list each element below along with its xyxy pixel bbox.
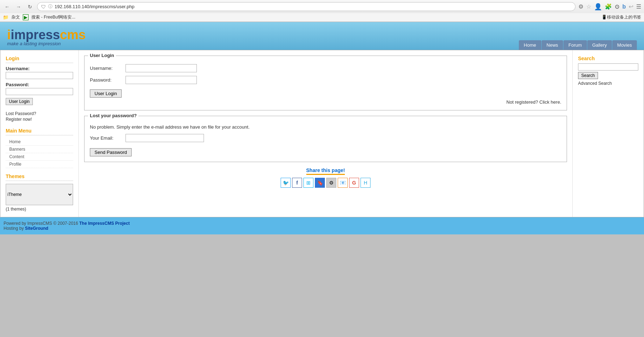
sidebar-lost-password-link[interactable]: Lost Password? [6,111,73,116]
lost-password-legend: Lost your password? [88,113,138,118]
sidebar-mainmenu-title: Main Menu [6,128,73,135]
sidebar-item-content[interactable]: Content [6,153,73,161]
login-username-row: Username: [90,64,561,72]
logo-i: i [7,27,11,42]
login-username-input[interactable] [126,64,197,72]
sidebar-username-label: Username: [6,66,73,71]
advanced-search-link[interactable]: Advanced Search [578,81,612,86]
undo-icon: ↩ [629,3,633,10]
sidebar-login-button[interactable]: User Login [6,98,33,105]
footer-siteground-link[interactable]: SiteGround [25,226,48,231]
share-section: Share this page! 🐦 f ⊞ 🔖 ⚙ 📧 G H [84,167,567,188]
login-password-input[interactable] [126,76,197,84]
left-sidebar: Login Username: Password: User Login Los… [0,50,79,217]
bookmark-freebuf[interactable]: 搜索 - FreeBuf网络安... [31,14,75,20]
logo: iimpresscms make a lasting impression [7,27,86,46]
sidebar-register-link[interactable]: Register now! [6,117,73,122]
sidebar-item-banners[interactable]: Banners [6,146,73,153]
footer-hosting: Hosting by SiteGround [4,226,640,231]
bookmark-zazhi[interactable]: 杂文 [11,14,20,20]
share-icons: 🐦 f ⊞ 🔖 ⚙ 📧 G H [84,178,567,188]
share-windows-icon[interactable]: ⊞ [303,178,313,188]
email-input[interactable] [126,134,204,142]
share-google-icon[interactable]: G [349,178,359,188]
user-login-button[interactable]: User Login [90,89,122,98]
share-title: Share this page! [84,167,567,178]
bookmarks-bar: 📁 杂文 ▶ 搜索 - FreeBuf网络安... 📱移动设备上的书签 [0,13,644,22]
main-content: User Login Username: Password: User Logi… [79,50,572,217]
sidebar-themes-title: Themes [6,173,73,181]
main-nav: Home News Forum Gallery Movies [519,40,637,50]
browser-toolbar: ← → ↻ 🛡 ⓘ ⚙ ☆ 👤 🧩 ⊙ b ↩ ☰ [0,0,644,13]
nav-home[interactable]: Home [519,40,541,50]
sidebar-password-input[interactable] [6,88,73,95]
sidebar-login-title: Login [6,56,73,63]
search-button[interactable]: Search [578,72,598,79]
extensions-icon: ⚙ [578,3,583,10]
browser-chrome: ← → ↻ 🛡 ⓘ ⚙ ☆ 👤 🧩 ⊙ b ↩ ☰ 📁 杂文 ▶ 搜索 - Fr… [0,0,644,22]
footer-powered: Powered by ImpressCMS © 2007-2016 The Im… [4,221,640,226]
menu-icon[interactable]: ☰ [636,3,641,10]
user-login-legend: User Login [88,53,116,58]
share-h-icon[interactable]: H [361,178,370,188]
themes-count: (1 themes) [6,207,73,212]
star-icon[interactable]: ☆ [586,3,591,10]
forward-button[interactable]: → [14,2,23,11]
back-button[interactable]: ← [3,2,11,11]
logo-area: iimpresscms make a lasting impression [7,27,86,50]
footer-project-link[interactable]: The ImpressCMS Project [79,221,129,226]
puzzle-icon: 🧩 [605,3,612,10]
nav-movies[interactable]: Movies [612,40,637,50]
share-twitter-icon[interactable]: 🐦 [281,178,291,188]
bookmark-folder-icon: 📁 [3,15,9,20]
security-icon: 🛡 [41,4,46,10]
sidebar-password-label: Password: [6,82,73,87]
logo-impress: impress [11,27,60,42]
email-label: Your Email: [90,135,126,141]
email-row: Your Email: [90,134,561,142]
site-footer: Powered by ImpressCMS © 2007-2016 The Im… [0,217,644,234]
site-wrapper: iimpresscms make a lasting impression Ho… [0,22,644,234]
nav-news[interactable]: News [542,40,563,50]
nav-gallery[interactable]: Gallery [587,40,612,50]
sidebar-username-input[interactable] [6,72,73,79]
not-registered-text: Not registered? Click here. [90,99,561,105]
address-bar-wrap: 🛡 ⓘ [37,2,576,11]
logo-cms: cms [60,27,86,42]
reload-button[interactable]: ↻ [26,2,34,11]
circle-icon: ⊙ [615,3,619,10]
mobile-bookmark[interactable]: 📱移动设备上的书签 [602,14,641,20]
login-password-label: Password: [90,77,126,83]
share-digg-icon[interactable]: ⚙ [326,178,336,188]
site-header: iimpresscms make a lasting impression Ho… [0,22,644,50]
share-email-icon[interactable]: 📧 [338,178,348,188]
login-username-label: Username: [90,66,126,71]
info-icon: ⓘ [48,4,52,10]
content-area: Login Username: Password: User Login Los… [0,50,644,217]
avatar-icon: 👤 [594,3,602,11]
address-input[interactable] [55,4,572,9]
search-input[interactable] [578,63,638,71]
share-facebook-icon[interactable]: f [292,178,302,188]
b-icon: b [622,4,626,10]
send-password-button[interactable]: Send Password [90,148,132,156]
lost-password-box: Lost your password? No problem. Simply e… [84,116,567,162]
nav-forum[interactable]: Forum [563,40,587,50]
login-password-row: Password: [90,76,561,84]
right-sidebar: Search Search Advanced Search [572,50,644,217]
user-login-box: User Login Username: Password: User Logi… [84,56,567,110]
sidebar-item-home[interactable]: Home [6,138,73,146]
bookmark-freebuf-icon: ▶ [23,14,29,20]
sidebar-item-profile[interactable]: Profile [6,161,73,168]
lost-pw-description: No problem. Simply enter the e-mail addr… [90,124,561,130]
themes-select[interactable]: iTheme [6,184,73,205]
share-delicious-icon[interactable]: 🔖 [315,178,325,188]
search-title: Search [578,56,638,61]
